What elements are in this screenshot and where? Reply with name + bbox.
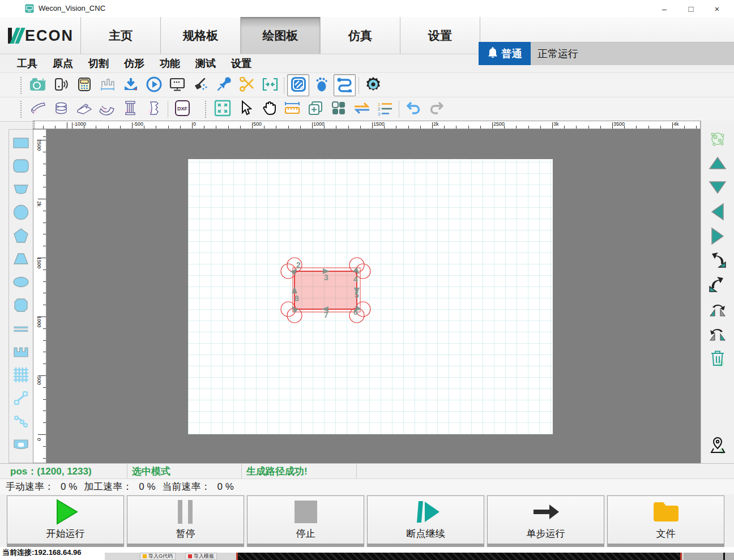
import-download-button[interactable]: [120, 74, 142, 96]
menu-cut[interactable]: 切割: [88, 57, 109, 70]
swap-direction-icon: [353, 101, 371, 117]
shape-line-segment[interactable]: [11, 388, 31, 407]
dxf-file-icon: DXF: [174, 100, 190, 119]
selected-shape[interactable]: 2 3 4 5 6 7 8: [188, 159, 553, 434]
drawing-page[interactable]: 2 3 4 5 6 7 8: [188, 159, 553, 434]
gear-settings-button[interactable]: [362, 74, 384, 96]
column-button[interactable]: [120, 99, 142, 121]
import-gcode-button[interactable]: 导入G代码: [140, 553, 176, 560]
stop-button[interactable]: 停止: [247, 495, 364, 544]
shape-grid-mesh[interactable]: [11, 365, 31, 384]
toolbar-grip[interactable]: [20, 101, 22, 118]
shape-fan[interactable]: [11, 179, 31, 198]
tab-home[interactable]: 主页: [80, 17, 161, 54]
shape-circle[interactable]: [11, 203, 31, 221]
file-button[interactable]: 文件: [607, 495, 724, 544]
clean-broom-button[interactable]: [189, 74, 211, 96]
controller-signal-button[interactable]: [50, 74, 72, 96]
swap-direction-button[interactable]: [351, 99, 373, 121]
start-run-button[interactable]: 开始运行: [7, 495, 124, 544]
fit-view-button[interactable]: [211, 99, 233, 121]
shape-rounded-rectangle[interactable]: [11, 156, 31, 175]
array-grid-button[interactable]: [327, 99, 349, 121]
undo-button[interactable]: [402, 99, 424, 121]
minimize-button[interactable]: –: [654, 0, 675, 17]
status-bar: pos：(1200, 1233) 选中模式 生成路径成功!: [0, 463, 734, 479]
svg-text:2: 2: [296, 260, 301, 270]
shape-frame-hole[interactable]: [11, 435, 31, 454]
rotate-right-button[interactable]: [706, 323, 729, 344]
hatch-fill-button[interactable]: [287, 74, 309, 96]
delete-trash-button[interactable]: [706, 348, 729, 368]
close-button[interactable]: ×: [707, 0, 727, 17]
route-path-button[interactable]: [334, 74, 356, 96]
profile-convex-button[interactable]: [73, 99, 95, 121]
ruler-major-ticks: [38, 130, 46, 463]
maximize-button[interactable]: □: [681, 0, 701, 17]
cylinder-stack-button[interactable]: [50, 99, 72, 121]
menu-test[interactable]: 测试: [195, 57, 216, 70]
sequence-list-button[interactable]: 123: [374, 99, 396, 121]
select-cursor-button[interactable]: [234, 99, 257, 121]
measure-ruler-button[interactable]: [281, 99, 303, 121]
tab-simulation[interactable]: 仿真: [321, 17, 400, 54]
pause-button[interactable]: 暂停: [127, 495, 244, 544]
move-down-button[interactable]: [706, 177, 729, 198]
folder-icon: [651, 496, 681, 527]
resume-icon: [411, 496, 441, 527]
tab-settings[interactable]: 设置: [400, 17, 480, 54]
monitor-button[interactable]: [166, 74, 188, 96]
pin-icon: [216, 77, 231, 94]
menu-profiling[interactable]: 仿形: [124, 57, 144, 70]
resume-breakpoint-button[interactable]: 断点继续: [367, 495, 484, 544]
pan-hand-button[interactable]: [258, 99, 280, 121]
redo-button[interactable]: [425, 99, 447, 121]
import-template-button[interactable]: 导入模板: [185, 553, 217, 560]
locate-pin-button[interactable]: [706, 435, 729, 455]
flip-horizontal-button[interactable]: [706, 250, 729, 271]
shape-pentagon[interactable]: [11, 226, 31, 245]
scissors-button[interactable]: [236, 74, 258, 96]
side-palette: [701, 121, 734, 463]
folder-icon: [143, 554, 147, 558]
svg-text:3: 3: [378, 112, 381, 116]
dxf-import-button[interactable]: DXF: [171, 99, 193, 121]
shape-bezier-curve[interactable]: [11, 412, 31, 430]
join-align-button[interactable]: [259, 74, 281, 96]
tab-spec-board[interactable]: 规格板: [161, 17, 241, 54]
move-left-button[interactable]: [706, 202, 729, 222]
shape-octagon[interactable]: [11, 296, 31, 314]
camera-button[interactable]: [27, 74, 49, 96]
menu-origin[interactable]: 原点: [53, 57, 73, 70]
pin-button[interactable]: [212, 74, 234, 96]
run-play-button[interactable]: [143, 74, 165, 96]
stone-slab-button[interactable]: [27, 99, 49, 121]
shape-comb[interactable]: [11, 342, 31, 361]
drawing-canvas[interactable]: 2 3 4 5 6 7 8: [46, 129, 701, 463]
move-right-button[interactable]: [706, 226, 729, 246]
move-up-button[interactable]: [706, 153, 729, 173]
profile-concave-button[interactable]: [96, 99, 118, 121]
single-step-button[interactable]: 单步运行: [487, 495, 604, 544]
menu-settings[interactable]: 设置: [231, 57, 251, 70]
flip-vertical-button[interactable]: [706, 275, 729, 295]
ruler-label: -500: [133, 121, 143, 127]
shape-rectangle[interactable]: [11, 133, 31, 152]
play-icon: [52, 496, 80, 527]
tab-drawing-board[interactable]: 绘图板: [241, 17, 321, 54]
calculator-button[interactable]: [73, 74, 95, 96]
shape-parallel-lines[interactable]: [11, 319, 31, 337]
current-speed: 当前速率：0 %: [163, 480, 237, 493]
toolbar-grip[interactable]: [205, 101, 206, 118]
shape-ellipse[interactable]: [11, 272, 31, 291]
menu-tools[interactable]: 工具: [17, 57, 37, 70]
footprint-button[interactable]: [310, 74, 332, 96]
duplicate-add-button[interactable]: [304, 99, 326, 121]
menu-function[interactable]: 功能: [160, 57, 180, 70]
texture-blob-button[interactable]: [706, 129, 729, 149]
molding-button[interactable]: [143, 99, 165, 121]
rotate-left-button[interactable]: [706, 299, 729, 319]
toolbar-grip[interactable]: [20, 77, 22, 94]
press-gauge-button[interactable]: [96, 74, 118, 96]
shape-trapezoid[interactable]: [11, 249, 31, 268]
